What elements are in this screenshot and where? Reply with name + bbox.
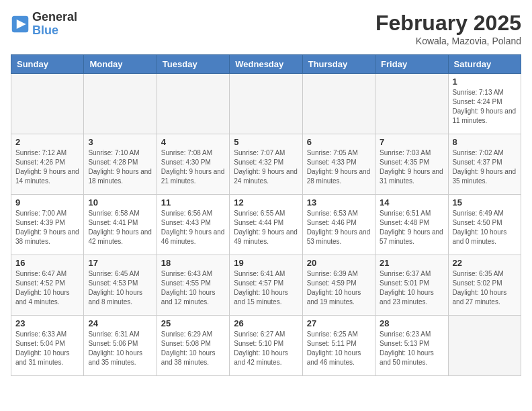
calendar-title: February 2025 xyxy=(375,11,521,36)
day-number: 1 xyxy=(453,77,517,87)
day-number: 23 xyxy=(15,318,79,328)
day-number: 9 xyxy=(15,197,79,208)
day-cell: 4Sunrise: 7:08 AM Sunset: 4:30 PM Daylig… xyxy=(157,134,229,195)
column-header-thursday: Thursday xyxy=(302,55,375,74)
day-number: 17 xyxy=(88,258,152,268)
day-cell: 17Sunrise: 6:45 AM Sunset: 4:53 PM Dayli… xyxy=(84,255,157,316)
day-info: Sunrise: 6:53 AM Sunset: 4:46 PM Dayligh… xyxy=(307,209,371,246)
day-cell: 18Sunrise: 6:43 AM Sunset: 4:55 PM Dayli… xyxy=(157,255,229,316)
day-cell: 10Sunrise: 6:58 AM Sunset: 4:41 PM Dayli… xyxy=(84,195,157,255)
day-number: 21 xyxy=(380,258,443,268)
calendar-table: SundayMondayTuesdayWednesdayThursdayFrid… xyxy=(11,54,521,376)
day-info: Sunrise: 6:41 AM Sunset: 4:57 PM Dayligh… xyxy=(234,269,298,307)
day-number: 24 xyxy=(88,318,152,328)
day-cell xyxy=(157,74,229,134)
day-number: 13 xyxy=(307,197,371,208)
column-header-saturday: Saturday xyxy=(448,55,521,74)
day-cell: 5Sunrise: 7:07 AM Sunset: 4:32 PM Daylig… xyxy=(230,134,302,195)
logo-text: General Blue xyxy=(32,11,77,38)
day-cell xyxy=(84,74,157,134)
column-header-wednesday: Wednesday xyxy=(230,55,302,74)
day-number: 8 xyxy=(453,137,517,147)
day-number: 4 xyxy=(161,137,225,147)
day-cell: 15Sunrise: 6:49 AM Sunset: 4:50 PM Dayli… xyxy=(448,195,521,255)
week-row-3: 9Sunrise: 7:00 AM Sunset: 4:39 PM Daylig… xyxy=(11,195,521,255)
page-header: General Blue February 2025 Kowala, Mazov… xyxy=(11,11,521,46)
day-number: 20 xyxy=(307,258,371,268)
day-cell: 19Sunrise: 6:41 AM Sunset: 4:57 PM Dayli… xyxy=(230,255,302,316)
day-cell xyxy=(230,74,302,134)
day-cell: 23Sunrise: 6:33 AM Sunset: 5:04 PM Dayli… xyxy=(11,316,84,376)
week-row-4: 16Sunrise: 6:47 AM Sunset: 4:52 PM Dayli… xyxy=(11,255,521,316)
day-cell xyxy=(375,74,448,134)
day-info: Sunrise: 6:23 AM Sunset: 5:13 PM Dayligh… xyxy=(380,330,443,367)
day-info: Sunrise: 6:49 AM Sunset: 4:50 PM Dayligh… xyxy=(453,209,517,246)
day-cell: 8Sunrise: 7:02 AM Sunset: 4:37 PM Daylig… xyxy=(448,134,521,195)
day-info: Sunrise: 6:29 AM Sunset: 5:08 PM Dayligh… xyxy=(161,330,225,367)
day-number: 7 xyxy=(380,137,443,147)
day-cell: 16Sunrise: 6:47 AM Sunset: 4:52 PM Dayli… xyxy=(11,255,84,316)
day-number: 10 xyxy=(88,197,152,208)
week-row-5: 23Sunrise: 6:33 AM Sunset: 5:04 PM Dayli… xyxy=(11,316,521,376)
day-cell: 11Sunrise: 6:56 AM Sunset: 4:43 PM Dayli… xyxy=(157,195,229,255)
day-info: Sunrise: 6:33 AM Sunset: 5:04 PM Dayligh… xyxy=(15,330,79,367)
day-cell: 3Sunrise: 7:10 AM Sunset: 4:28 PM Daylig… xyxy=(84,134,157,195)
day-cell: 1Sunrise: 7:13 AM Sunset: 4:24 PM Daylig… xyxy=(448,74,521,134)
day-cell xyxy=(302,74,375,134)
day-info: Sunrise: 7:00 AM Sunset: 4:39 PM Dayligh… xyxy=(15,209,79,246)
logo-icon xyxy=(11,15,30,34)
day-cell: 22Sunrise: 6:35 AM Sunset: 5:02 PM Dayli… xyxy=(448,255,521,316)
day-info: Sunrise: 7:08 AM Sunset: 4:30 PM Dayligh… xyxy=(161,148,225,186)
day-number: 14 xyxy=(380,197,443,208)
day-cell: 26Sunrise: 6:27 AM Sunset: 5:10 PM Dayli… xyxy=(230,316,302,376)
day-info: Sunrise: 6:25 AM Sunset: 5:11 PM Dayligh… xyxy=(307,330,371,367)
day-number: 12 xyxy=(234,197,298,208)
column-header-tuesday: Tuesday xyxy=(157,55,229,74)
logo-general-text: General xyxy=(32,10,77,24)
day-cell: 12Sunrise: 6:55 AM Sunset: 4:44 PM Dayli… xyxy=(230,195,302,255)
day-number: 28 xyxy=(380,318,443,328)
day-cell: 9Sunrise: 7:00 AM Sunset: 4:39 PM Daylig… xyxy=(11,195,84,255)
column-header-sunday: Sunday xyxy=(11,55,84,74)
day-cell: 6Sunrise: 7:05 AM Sunset: 4:33 PM Daylig… xyxy=(302,134,375,195)
day-info: Sunrise: 6:58 AM Sunset: 4:41 PM Dayligh… xyxy=(88,209,152,246)
day-cell xyxy=(448,316,521,376)
day-info: Sunrise: 6:43 AM Sunset: 4:55 PM Dayligh… xyxy=(161,269,225,307)
day-number: 11 xyxy=(161,197,225,208)
day-number: 15 xyxy=(453,197,517,208)
day-number: 16 xyxy=(15,258,79,268)
day-info: Sunrise: 6:35 AM Sunset: 5:02 PM Dayligh… xyxy=(453,269,517,307)
day-info: Sunrise: 6:31 AM Sunset: 5:06 PM Dayligh… xyxy=(88,330,152,367)
day-number: 19 xyxy=(234,258,298,268)
day-number: 5 xyxy=(234,137,298,147)
day-info: Sunrise: 6:37 AM Sunset: 5:01 PM Dayligh… xyxy=(380,269,443,307)
day-info: Sunrise: 6:55 AM Sunset: 4:44 PM Dayligh… xyxy=(234,209,298,246)
day-info: Sunrise: 7:10 AM Sunset: 4:28 PM Dayligh… xyxy=(88,148,152,186)
day-number: 3 xyxy=(88,137,152,147)
column-header-monday: Monday xyxy=(84,55,157,74)
day-info: Sunrise: 7:02 AM Sunset: 4:37 PM Dayligh… xyxy=(453,148,517,186)
calendar-header-row: SundayMondayTuesdayWednesdayThursdayFrid… xyxy=(11,55,521,74)
day-cell: 2Sunrise: 7:12 AM Sunset: 4:26 PM Daylig… xyxy=(11,134,84,195)
day-info: Sunrise: 6:47 AM Sunset: 4:52 PM Dayligh… xyxy=(15,269,79,307)
day-number: 25 xyxy=(161,318,225,328)
day-cell: 20Sunrise: 6:39 AM Sunset: 4:59 PM Dayli… xyxy=(302,255,375,316)
title-section: February 2025 Kowala, Mazovia, Poland xyxy=(375,11,521,46)
day-info: Sunrise: 7:07 AM Sunset: 4:32 PM Dayligh… xyxy=(234,148,298,186)
day-cell: 21Sunrise: 6:37 AM Sunset: 5:01 PM Dayli… xyxy=(375,255,448,316)
day-info: Sunrise: 7:13 AM Sunset: 4:24 PM Dayligh… xyxy=(453,88,517,126)
week-row-1: 1Sunrise: 7:13 AM Sunset: 4:24 PM Daylig… xyxy=(11,74,521,134)
day-cell: 7Sunrise: 7:03 AM Sunset: 4:35 PM Daylig… xyxy=(375,134,448,195)
day-info: Sunrise: 7:12 AM Sunset: 4:26 PM Dayligh… xyxy=(15,148,79,186)
day-cell: 28Sunrise: 6:23 AM Sunset: 5:13 PM Dayli… xyxy=(375,316,448,376)
day-info: Sunrise: 7:05 AM Sunset: 4:33 PM Dayligh… xyxy=(307,148,371,186)
column-header-friday: Friday xyxy=(375,55,448,74)
day-info: Sunrise: 7:03 AM Sunset: 4:35 PM Dayligh… xyxy=(380,148,443,186)
day-info: Sunrise: 6:27 AM Sunset: 5:10 PM Dayligh… xyxy=(234,330,298,367)
day-info: Sunrise: 6:51 AM Sunset: 4:48 PM Dayligh… xyxy=(380,209,443,246)
day-info: Sunrise: 6:45 AM Sunset: 4:53 PM Dayligh… xyxy=(88,269,152,307)
day-cell: 14Sunrise: 6:51 AM Sunset: 4:48 PM Dayli… xyxy=(375,195,448,255)
day-info: Sunrise: 6:39 AM Sunset: 4:59 PM Dayligh… xyxy=(307,269,371,307)
day-number: 22 xyxy=(453,258,517,268)
day-cell: 27Sunrise: 6:25 AM Sunset: 5:11 PM Dayli… xyxy=(302,316,375,376)
